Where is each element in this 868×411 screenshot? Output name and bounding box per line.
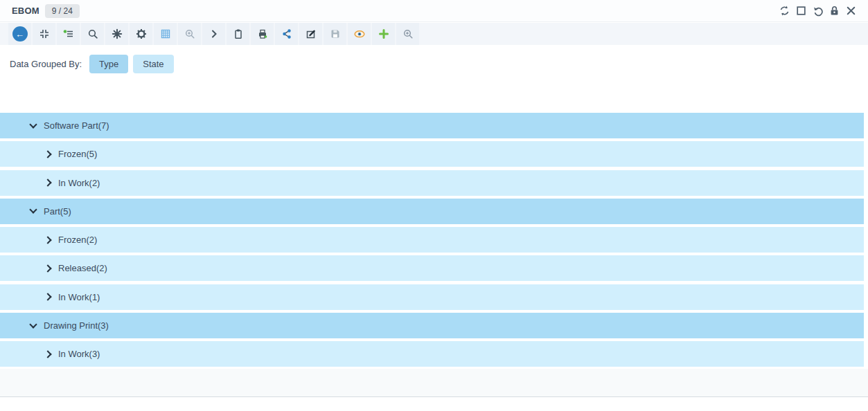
group-row-software-frozen[interactable]: Frozen(5) bbox=[0, 141, 864, 167]
ebom-window: EBOM 9 / 24 ← bbox=[0, 0, 868, 411]
group-by-bar: Data Grouped By: Type State bbox=[0, 50, 868, 77]
group-row-label: In Work(2) bbox=[58, 178, 100, 188]
restore-window-icon[interactable] bbox=[795, 5, 807, 17]
tab-counter-badge: 9 / 24 bbox=[45, 4, 80, 18]
group-row-label: In Work(1) bbox=[58, 292, 100, 302]
tab-label: EBOM bbox=[12, 6, 39, 16]
add-row-list-icon bbox=[63, 28, 74, 39]
group-row-drawing-print[interactable]: Drawing Print(3) bbox=[0, 313, 864, 338]
visibility-button[interactable] bbox=[348, 23, 371, 45]
chevron-down-icon[interactable] bbox=[29, 120, 37, 128]
filter-bar bbox=[0, 369, 868, 397]
chevron-right-icon bbox=[209, 28, 220, 39]
window-titlebar: EBOM 9 / 24 bbox=[0, 0, 868, 22]
group-row-software-inwork[interactable]: In Work(2) bbox=[0, 170, 864, 196]
save-button[interactable] bbox=[324, 23, 346, 45]
asterisk-button[interactable] bbox=[105, 23, 128, 45]
share-icon bbox=[281, 28, 292, 39]
table-header: GROUP TYPE ATTACHMENTS NAME REV STATE QU… bbox=[0, 86, 868, 109]
group-row-label: Released(2) bbox=[58, 263, 107, 273]
zoom-in-button[interactable] bbox=[396, 23, 419, 45]
group-row-label: Frozen(2) bbox=[58, 235, 97, 245]
chevron-right-icon[interactable] bbox=[44, 350, 51, 358]
refresh-icon[interactable] bbox=[778, 5, 790, 17]
group-row-label: Software Part(7) bbox=[44, 120, 109, 131]
chevron-right-icon[interactable] bbox=[44, 179, 51, 186]
search-button[interactable] bbox=[81, 23, 104, 45]
edit-icon bbox=[305, 28, 317, 39]
clipboard-icon bbox=[233, 28, 244, 39]
undo-icon[interactable] bbox=[811, 5, 824, 17]
grid-view-icon bbox=[160, 28, 171, 39]
group-row-part-inwork[interactable]: In Work(1) bbox=[0, 284, 864, 310]
add-plus-icon bbox=[378, 28, 389, 39]
group-row-label: In Work(3) bbox=[58, 349, 100, 359]
group-row-part[interactable]: Part(5) bbox=[0, 199, 864, 224]
add-row-list-button[interactable] bbox=[57, 23, 80, 45]
preview-search-icon bbox=[184, 28, 195, 39]
edit-button[interactable] bbox=[299, 23, 322, 45]
chevron-down-icon[interactable] bbox=[29, 206, 37, 214]
expand-panel-button[interactable] bbox=[202, 23, 225, 45]
save-icon bbox=[330, 28, 341, 39]
group-row-label: Drawing Print(3) bbox=[44, 320, 109, 331]
chevron-right-icon[interactable] bbox=[44, 150, 51, 158]
collapse-all-icon bbox=[39, 28, 50, 39]
chevron-down-icon[interactable] bbox=[29, 320, 37, 328]
tab-ebom[interactable]: EBOM 9 / 24 bbox=[0, 4, 80, 18]
group-row-software-part[interactable]: Software Part(7) bbox=[0, 113, 864, 138]
printer-icon bbox=[257, 28, 268, 39]
asterisk-icon bbox=[112, 28, 123, 39]
group-row-part-released[interactable]: Released(2) bbox=[0, 255, 864, 281]
settings-gear-icon bbox=[136, 28, 147, 39]
group-row-part-frozen[interactable]: Frozen(2) bbox=[0, 227, 864, 253]
chevron-right-icon[interactable] bbox=[44, 236, 51, 244]
add-button[interactable] bbox=[372, 23, 395, 45]
group-row-label: Frozen(5) bbox=[58, 149, 97, 159]
back-button[interactable]: ← bbox=[8, 23, 31, 45]
chevron-right-icon[interactable] bbox=[44, 264, 51, 272]
preview-search-button[interactable] bbox=[178, 23, 201, 45]
group-by-type-button[interactable]: Type bbox=[89, 55, 128, 73]
lock-icon[interactable] bbox=[828, 5, 840, 17]
group-by-label: Data Grouped By: bbox=[10, 59, 82, 69]
zoom-in-icon bbox=[402, 28, 414, 39]
clipboard-button[interactable] bbox=[227, 23, 249, 45]
group-by-state-button[interactable]: State bbox=[133, 55, 173, 73]
collapse-all-button[interactable] bbox=[33, 23, 55, 45]
back-icon: ← bbox=[12, 26, 28, 42]
share-button[interactable] bbox=[275, 23, 298, 45]
grid-view-button[interactable] bbox=[154, 23, 177, 45]
settings-button[interactable] bbox=[130, 23, 152, 45]
close-icon[interactable] bbox=[844, 5, 857, 17]
group-row-drawing-inwork[interactable]: In Work(3) bbox=[0, 341, 864, 367]
grouped-rows: Software Part(7) Frozen(5) In Work(2) Pa… bbox=[0, 113, 864, 370]
main-toolbar: ← bbox=[0, 23, 868, 45]
search-icon bbox=[87, 28, 98, 39]
window-controls bbox=[778, 5, 868, 17]
group-row-label: Part(5) bbox=[44, 206, 71, 217]
print-button[interactable] bbox=[251, 23, 274, 45]
chevron-right-icon[interactable] bbox=[44, 293, 51, 301]
visibility-eye-icon bbox=[353, 28, 366, 39]
